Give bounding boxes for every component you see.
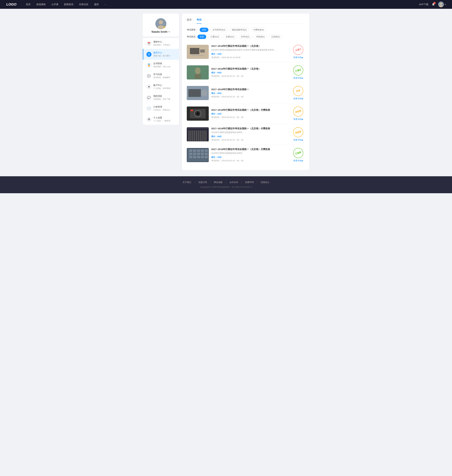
exam-desc: 2018年行测考试是最值得多去研究 (211, 152, 277, 155)
exam-item: 2017–2018年行测证件考试全国统一（北京卷）付费批卷 2018年行测考试是… (187, 124, 305, 145)
nav-open-course[interactable]: 公开课 (51, 3, 58, 6)
filter-status-failed[interactable]: 未通过(2) (223, 34, 237, 39)
exam-type-filter-row: 考试类型： 全部 证书类考试(4) 随机抽题考试(5) 付费批卷(6) (187, 28, 305, 32)
sidebar-item-settings[interactable]: ⚙ 个人设置 个人信息，一键管理 (143, 114, 179, 125)
footer-link-recruit[interactable]: 招贤纳士 (261, 181, 269, 184)
filter-type-paid[interactable]: 付费批卷(6) (251, 28, 266, 32)
svg-rect-47 (205, 153, 208, 155)
svg-point-5 (158, 25, 164, 29)
main-wrapper: 🏅 Natalie Smith ✎ 📅 课程中心 精彩课程，不容错过 ☰ 题库中… (140, 14, 312, 170)
profile-edit-icon[interactable]: ✎ (168, 31, 170, 33)
footer-link-disclaimer[interactable]: 免费声明 (245, 181, 254, 184)
header-avatar (438, 2, 444, 7)
svg-rect-41 (201, 150, 204, 152)
svg-rect-46 (201, 153, 204, 155)
filter-type-cert[interactable]: 证书类考试(4) (210, 28, 228, 32)
certificate-icon: 🏅 (146, 63, 152, 68)
exam-score: 得分：99分 (211, 92, 289, 95)
menu-item-sub: 个人权益，实时掌握 (153, 87, 170, 90)
footer-link-franchise[interactable]: 加盟代理 (198, 181, 207, 184)
tab-exam[interactable]: 考试 (197, 18, 201, 24)
nav-qa[interactable]: 问答社区 (79, 3, 88, 6)
exam-score: 得分：25分 (211, 112, 289, 115)
view-detail-button[interactable]: 查看详情▶ (293, 77, 303, 80)
svg-rect-17 (190, 91, 199, 95)
exam-status-area: 已批阅 查看详情▶ (292, 148, 305, 162)
menu-item-title: 订单管理 (153, 106, 170, 109)
exam-info: 2017–2018年行测证件考试全国统一（北京卷）付费批卷 2018年行测考试是… (211, 148, 289, 162)
sidebar-item-qa[interactable]: 💬 学习问答 课后重温，疑难解答 (143, 71, 179, 81)
svg-rect-33 (203, 130, 205, 141)
sidebar-item-account[interactable]: ♥ 账户中心 个人权益，实时掌握 (143, 81, 179, 92)
notification-bell-icon[interactable]: 1 (432, 2, 435, 7)
main-content: 题库 考试 考试类型： 全部 证书类考试(4) 随机抽题考试(5) 付费批卷(6… (182, 14, 309, 170)
view-detail-button[interactable]: 查看详情▶ (293, 56, 303, 59)
sidebar-item-question-bank[interactable]: ☰ 题库中心 海量习题，助力通关 (143, 49, 179, 60)
menu-item-sub: 收获荣耀，持证上岗 (153, 65, 170, 68)
exam-title: 2017–2018年行测证件考试全国统一（北京卷） (211, 67, 289, 70)
footer-link-sitemap[interactable]: 网站地图 (214, 181, 223, 184)
footer: 关于我们 | 加盟代理 | 网站地图 | 合作伙伴 | 免费声明 | 招贤纳士 … (0, 176, 452, 193)
svg-rect-7 (190, 48, 199, 54)
svg-rect-48 (189, 156, 192, 158)
nav-home[interactable]: 首页 (26, 3, 31, 6)
svg-rect-42 (205, 150, 208, 152)
nav-question-bank[interactable]: 题库 (94, 3, 99, 6)
sidebar-item-course[interactable]: 📅 课程中心 精彩课程，不容错过 (143, 38, 179, 49)
svg-rect-34 (205, 130, 206, 141)
footer-link-partners[interactable]: 合作伙伴 (229, 181, 238, 184)
tab-question-bank[interactable]: 题库 (187, 18, 192, 24)
svg-rect-50 (197, 156, 200, 158)
question-bank-icon: ☰ (146, 52, 152, 57)
profile-badge-icon: 🏅 (163, 26, 166, 29)
user-avatar-area[interactable]: ▾ (438, 2, 446, 7)
app-download-button[interactable]: APP下载 (419, 3, 428, 6)
main-nav: 首页 发现课程 公开课 新闻资讯 问答社区 题库 ··· (26, 3, 419, 6)
exam-status-area: 待批阅 查看详情▶ (292, 127, 305, 141)
view-detail-button[interactable]: 查看详情▶ (293, 159, 303, 162)
filter-status-passed[interactable]: 已通过(2) (208, 34, 221, 39)
sidebar-item-message[interactable]: 💭 我的消息 消息通知，及时了解 (143, 92, 179, 103)
nav-news[interactable]: 新闻资讯 (64, 3, 73, 6)
arrow-right-icon: ▶ (302, 77, 303, 79)
status-stamp: 未通过 (292, 43, 304, 56)
filter-status-pending-exam[interactable]: 待考试(2) (239, 34, 252, 39)
status-stamp: 待考 (292, 85, 304, 97)
svg-rect-52 (205, 156, 208, 158)
sidebar: 🏅 Natalie Smith ✎ 📅 课程中心 精彩课程，不容错过 ☰ 题库中… (143, 14, 179, 170)
svg-rect-29 (196, 130, 197, 141)
menu-item-title: 课程中心 (153, 41, 170, 43)
sidebar-item-certificate[interactable]: 🏅 证书荣誉 收获荣耀，持证上岗 (143, 60, 179, 71)
exam-status-area: 未通过 查看详情▶ (292, 45, 305, 59)
footer-link-about[interactable]: 关于我们 (183, 181, 191, 184)
exam-time: 考试时间：2019-05-03 10：09：09 (211, 116, 289, 119)
svg-rect-45 (197, 153, 200, 155)
view-detail-button[interactable]: 查看详情▶ (293, 139, 303, 141)
notification-badge: 1 (433, 2, 436, 4)
exam-item: 2017–2018年行测证件考试全国统一（北京卷） 得分：99分 考试时间：20… (187, 62, 305, 83)
nav-more[interactable]: ··· (105, 3, 106, 6)
exam-desc: 2018年行测考试是最值得多去研究 2018年行测考试是最值得多去研究 2018… (211, 48, 277, 51)
exam-info: 2017–2018年行测证件考试全国统一（北京卷）付费批卷 2018年行测考试是… (211, 127, 289, 141)
account-icon: ♥ (146, 84, 152, 89)
footer-copyright: Copyright® 云朵商学院 版权所有 京ICP备17051340号–1 (6, 186, 446, 189)
exam-title: 2017–2018年行测证件考试全国统一（北京卷） (211, 45, 289, 48)
svg-rect-26 (190, 130, 192, 141)
filter-type-random[interactable]: 随机抽题考试(5) (230, 28, 249, 32)
menu-item-title: 账户中心 (153, 84, 170, 87)
exam-thumbnail (187, 45, 209, 59)
filter-type-all[interactable]: 全部 (200, 28, 208, 32)
view-detail-button[interactable]: 查看详情▶ (293, 97, 303, 100)
svg-rect-40 (197, 150, 200, 152)
exam-thumbnail (187, 86, 209, 100)
menu-item-sub: 海量习题，助力通关 (153, 54, 170, 57)
filter-status-all[interactable]: 全部 (197, 34, 206, 39)
filter-status-reviewed[interactable]: 已批阅(2) (269, 34, 282, 39)
nav-discover[interactable]: 发现课程 (36, 3, 46, 6)
sidebar-item-order[interactable]: 📄 订单管理 订单支出，明明白白 (143, 103, 179, 114)
svg-point-1 (440, 3, 442, 5)
message-icon: 💭 (146, 95, 152, 100)
svg-rect-30 (198, 130, 199, 141)
view-detail-button[interactable]: 查看详情▶ (293, 118, 303, 121)
filter-status-pending-review[interactable]: 待批阅(2) (254, 34, 267, 39)
